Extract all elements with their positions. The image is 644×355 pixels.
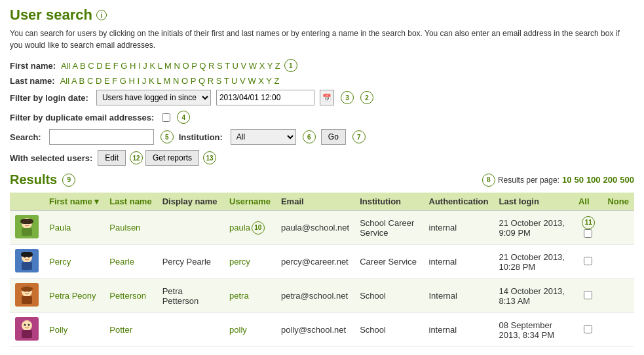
- institution-select[interactable]: All: [231, 129, 296, 145]
- alpha-l[interactable]: L: [157, 76, 161, 86]
- per-page-500[interactable]: 500: [620, 175, 634, 185]
- circle-10: 10: [252, 221, 265, 234]
- user-username[interactable]: paula10: [224, 211, 276, 245]
- user-email: polly@school.net: [276, 313, 354, 347]
- alpha-j[interactable]: J: [143, 61, 147, 71]
- alpha-f[interactable]: F: [113, 61, 119, 71]
- calendar-button[interactable]: 📅: [320, 90, 334, 105]
- alpha-y[interactable]: Y: [267, 61, 273, 71]
- info-icon[interactable]: i: [96, 10, 107, 20]
- alpha-o[interactable]: O: [181, 76, 188, 86]
- user-lastname[interactable]: Paulsen: [104, 211, 157, 245]
- user-avatar: [10, 313, 44, 347]
- col-all[interactable]: All: [573, 193, 603, 211]
- alpha-b[interactable]: B: [80, 61, 86, 71]
- alpha-q[interactable]: Q: [199, 61, 206, 71]
- per-page-200[interactable]: 200: [603, 175, 618, 185]
- alpha-all[interactable]: All: [61, 61, 70, 71]
- user-lastname[interactable]: Potter: [104, 313, 157, 347]
- col-username[interactable]: Username: [224, 193, 276, 211]
- results-title: Results 9: [10, 172, 75, 187]
- login-date-select[interactable]: Users have logged in since: [96, 90, 211, 105]
- alpha-e[interactable]: E: [104, 76, 110, 86]
- alpha-w[interactable]: W: [248, 76, 256, 86]
- search-input[interactable]: [49, 129, 154, 145]
- user-checkbox[interactable]: [584, 325, 592, 333]
- alpha-d[interactable]: D: [96, 61, 102, 71]
- alpha-x[interactable]: X: [258, 76, 264, 86]
- user-firstname[interactable]: Petra Peony: [44, 279, 104, 313]
- alpha-o[interactable]: O: [183, 61, 189, 71]
- alpha-z[interactable]: Z: [275, 61, 280, 71]
- user-checkbox[interactable]: [584, 229, 592, 238]
- alpha-q[interactable]: Q: [199, 76, 205, 86]
- alpha-m[interactable]: M: [164, 76, 171, 86]
- alpha-t[interactable]: T: [225, 61, 230, 71]
- login-date-input[interactable]: [216, 90, 314, 105]
- col-firstname[interactable]: First name ▾: [44, 193, 104, 211]
- alpha-k[interactable]: K: [149, 76, 155, 86]
- col-none[interactable]: None: [602, 193, 634, 211]
- user-username[interactable]: polly: [224, 313, 276, 347]
- alpha-h[interactable]: H: [129, 76, 135, 86]
- user-checkbox[interactable]: [584, 291, 592, 299]
- alpha-a[interactable]: A: [71, 76, 77, 86]
- alpha-b[interactable]: B: [79, 76, 85, 86]
- user-lastlogin: 21 October 2013, 9:09 PM: [494, 211, 573, 245]
- get-reports-button[interactable]: Get reports: [145, 150, 199, 166]
- per-page-100[interactable]: 100: [586, 175, 601, 185]
- institution-label: Institution:: [179, 132, 223, 142]
- user-firstname[interactable]: Percy: [44, 245, 104, 279]
- alpha-all[interactable]: All: [60, 76, 69, 86]
- page-title: User search i: [10, 7, 634, 24]
- alpha-f[interactable]: F: [112, 76, 117, 86]
- edit-button[interactable]: Edit: [98, 150, 126, 166]
- col-displayname: Display name: [157, 193, 224, 211]
- user-username[interactable]: petra: [224, 279, 276, 313]
- user-select-checkbox-cell: 11: [573, 211, 603, 245]
- user-avatar: [10, 211, 44, 245]
- alpha-c[interactable]: C: [87, 76, 93, 86]
- alpha-v[interactable]: V: [240, 76, 246, 86]
- user-lastname[interactable]: Petterson: [104, 279, 157, 313]
- duplicate-email-row: Filter by duplicate email addresses: 4: [10, 111, 634, 124]
- alpha-u[interactable]: U: [233, 61, 238, 71]
- user-authentication: internal: [424, 211, 494, 245]
- user-select-checkbox-cell: [573, 245, 603, 279]
- alpha-g[interactable]: G: [120, 76, 126, 86]
- alpha-m[interactable]: M: [164, 61, 172, 71]
- alpha-z[interactable]: Z: [274, 76, 279, 86]
- user-checkbox[interactable]: [584, 257, 592, 265]
- user-institution: School: [354, 313, 423, 347]
- duplicate-email-checkbox[interactable]: [162, 113, 170, 122]
- user-firstname[interactable]: Polly: [44, 313, 104, 347]
- table-row: Paula Paulsen paula10 paula@school.net S…: [10, 211, 634, 245]
- alpha-n[interactable]: N: [174, 61, 180, 71]
- alpha-d[interactable]: D: [96, 76, 102, 86]
- user-lastlogin: 21 October 2013, 10:28 PM: [494, 245, 573, 279]
- alpha-s[interactable]: S: [217, 61, 223, 71]
- per-page-10[interactable]: 10: [562, 175, 571, 185]
- alpha-y[interactable]: Y: [266, 76, 271, 86]
- user-username[interactable]: percy: [224, 245, 276, 279]
- user-lastname[interactable]: Pearle: [104, 245, 157, 279]
- col-email: Email: [276, 193, 354, 211]
- alpha-h[interactable]: H: [130, 61, 136, 71]
- go-button[interactable]: Go: [321, 129, 346, 145]
- alpha-p[interactable]: P: [191, 61, 197, 71]
- alpha-k[interactable]: K: [149, 61, 155, 71]
- alpha-e[interactable]: E: [105, 61, 111, 71]
- alpha-g[interactable]: G: [121, 61, 127, 71]
- alpha-r[interactable]: R: [208, 76, 214, 86]
- col-lastname[interactable]: Last name: [104, 193, 157, 211]
- alpha-c[interactable]: C: [88, 61, 94, 71]
- user-displayname: [157, 313, 224, 347]
- circle-8: 8: [482, 174, 495, 187]
- user-authentication: internal: [424, 245, 494, 279]
- user-firstname[interactable]: Paula: [44, 211, 104, 245]
- svg-rect-11: [21, 252, 33, 257]
- alpha-w[interactable]: W: [249, 61, 257, 71]
- alpha-v[interactable]: V: [241, 61, 247, 71]
- per-page-50[interactable]: 50: [574, 175, 583, 185]
- svg-rect-5: [20, 219, 33, 224]
